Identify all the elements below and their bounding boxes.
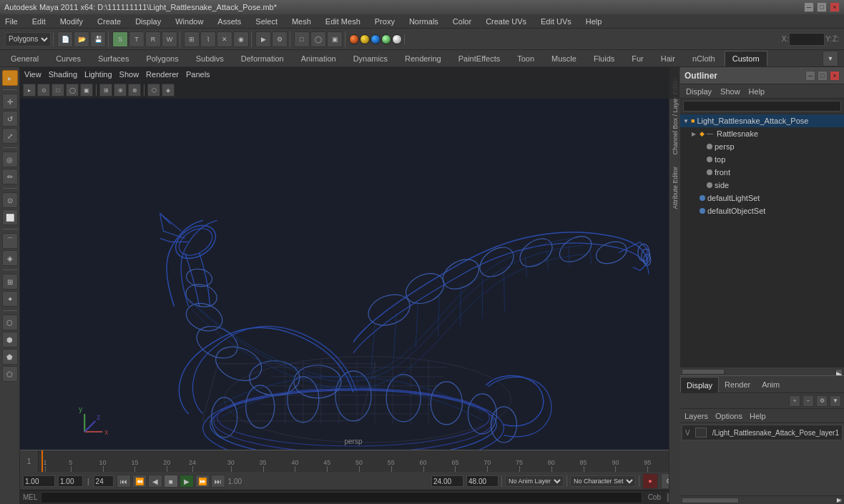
tool-settings-button[interactable]: ⬠ xyxy=(2,366,18,382)
current-frame-field[interactable] xyxy=(58,475,83,487)
render-settings-button[interactable]: ⚙ xyxy=(272,31,288,47)
attribute-editor-button[interactable]: ⬟ xyxy=(2,349,18,365)
tree-item-persp[interactable]: persp xyxy=(680,140,844,153)
render-button[interactable]: ▶ xyxy=(255,31,271,47)
view-camera-button[interactable]: ⊙ xyxy=(2,192,18,208)
new-file-button[interactable]: 📄 xyxy=(57,31,73,47)
tab-curves[interactable]: Curves xyxy=(48,51,89,66)
smooth-button[interactable]: ◯ xyxy=(310,31,326,47)
range-end-field[interactable] xyxy=(466,475,499,487)
outliner-menu-help[interactable]: Help xyxy=(749,87,765,96)
playhead[interactable] xyxy=(41,450,43,472)
soft-select-button[interactable]: ◎ xyxy=(2,152,18,167)
menu-edit-uvs[interactable]: Edit UVs xyxy=(539,16,574,27)
menu-normals[interactable]: Normals xyxy=(407,16,441,27)
step-back-button[interactable]: ⏪ xyxy=(132,475,147,488)
outliner-restore-button[interactable]: □ xyxy=(818,71,828,81)
timeline-row[interactable]: 1 15101520243035404550556065707580859095 xyxy=(20,450,679,472)
scale-tool-button[interactable]: W xyxy=(162,31,177,47)
shelf-settings-button[interactable]: ▼ xyxy=(823,51,838,66)
attribute-editor-side-tab[interactable]: Attribute Editor xyxy=(670,162,680,214)
tab-hair[interactable]: Hair xyxy=(653,51,683,66)
select-mode-button[interactable]: ▸ xyxy=(2,70,18,86)
tree-item-light-pose[interactable]: ▼ ■ Light_Rattlesnake_Attack_Pose xyxy=(680,114,844,127)
vp-texture-btn[interactable]: ▣ xyxy=(80,84,93,97)
move-tool-button[interactable]: ✛ xyxy=(2,94,18,109)
viewport-menu-shading[interactable]: Shading xyxy=(49,70,77,79)
lasso-button[interactable]: ⌒ xyxy=(2,233,18,249)
tab-deformation[interactable]: Deformation xyxy=(233,51,292,66)
play-forward-button[interactable]: ▶ xyxy=(180,475,194,488)
vp-wireframe-btn[interactable]: □ xyxy=(51,84,64,97)
restore-button[interactable]: □ xyxy=(817,2,827,12)
light-sphere-1[interactable] xyxy=(349,34,359,44)
tree-item-default-light-set[interactable]: defaultLightSet xyxy=(680,192,844,204)
minimize-button[interactable]: ─ xyxy=(804,2,814,12)
rotate-tool-lt-button[interactable]: ↺ xyxy=(2,111,18,127)
snap-surface-button[interactable]: ◉ xyxy=(233,31,249,47)
menu-create-uvs[interactable]: Create UVs xyxy=(484,16,529,27)
x-field[interactable] xyxy=(789,33,825,46)
vp-smooth-btn[interactable]: ◯ xyxy=(66,84,79,97)
light-sphere-2[interactable] xyxy=(360,34,370,44)
tree-item-front[interactable]: front xyxy=(680,166,844,179)
layer-color-swatch[interactable] xyxy=(695,428,707,438)
outliner-close-button[interactable]: × xyxy=(830,71,840,81)
snap-grid-button[interactable]: ⊞ xyxy=(184,31,200,47)
layer-visibility-flag[interactable]: V xyxy=(685,429,692,437)
menu-color[interactable]: Color xyxy=(451,16,473,27)
mode-dropdown[interactable]: Polygons xyxy=(5,32,51,46)
snap-curve-button[interactable]: ⌇ xyxy=(200,31,216,47)
tab-ncloth[interactable]: nCloth xyxy=(684,51,723,66)
start-frame-field[interactable] xyxy=(23,475,55,487)
layer-item[interactable]: V /Light_Rattlesnake_Attack_Pose_layer1 xyxy=(682,425,843,440)
main-viewport[interactable]: View Shading Lighting Show Renderer Pane… xyxy=(20,67,679,450)
layer-hscroll-right[interactable]: ▶ xyxy=(835,498,843,503)
tab-muscle[interactable]: Muscle xyxy=(544,51,584,66)
tab-subdivs[interactable]: Subdivs xyxy=(188,51,232,66)
layer-hscroll-thumb[interactable] xyxy=(682,498,739,503)
layer-settings-button[interactable]: ⚙ xyxy=(816,395,828,407)
range-start-field[interactable] xyxy=(431,475,463,487)
menu-file[interactable]: File xyxy=(3,16,20,27)
anim-layer-select[interactable]: No Anim Layer xyxy=(505,475,564,487)
tab-display[interactable]: Display xyxy=(680,377,719,392)
light-sphere-5[interactable] xyxy=(392,34,402,44)
tab-surfaces[interactable]: Surfaces xyxy=(90,51,137,66)
menu-select[interactable]: Select xyxy=(253,16,280,27)
stop-button[interactable]: ■ xyxy=(164,475,178,488)
vp-ik-btn[interactable]: ⊗ xyxy=(128,84,141,97)
hscrollbar-thumb[interactable] xyxy=(682,369,725,375)
layers-menu-help[interactable]: Help xyxy=(750,412,766,420)
texture-button[interactable]: ▣ xyxy=(327,31,343,47)
layers-menu-options[interactable]: Options xyxy=(715,412,742,420)
snap-to-grid-lt-button[interactable]: ⊞ xyxy=(2,274,18,290)
tree-item-top[interactable]: top xyxy=(680,153,844,166)
outliner-minimize-button[interactable]: ─ xyxy=(805,71,815,81)
timeline-ruler[interactable]: 15101520243035404550556065707580859095 xyxy=(39,450,679,472)
channel-box-button[interactable]: ⬢ xyxy=(2,332,18,347)
layer-delete-button[interactable]: − xyxy=(803,395,814,407)
tab-painteffects[interactable]: PaintEffects xyxy=(451,51,509,66)
open-file-button[interactable]: 📂 xyxy=(74,31,89,47)
marquee-button[interactable]: ⬜ xyxy=(2,209,18,225)
vp-isolate-btn[interactable]: ⬡ xyxy=(147,84,160,97)
light-sphere-3[interactable] xyxy=(371,34,381,44)
hscrollbar-right[interactable]: ▶ xyxy=(835,369,843,375)
layer-hscrollbar[interactable]: ▶ xyxy=(680,495,844,504)
outliner-menu-show[interactable]: Show xyxy=(720,87,740,96)
character-set-select[interactable]: No Character Set xyxy=(570,475,636,487)
tree-item-default-object-set[interactable]: defaultObjectSet xyxy=(680,204,844,217)
skip-to-start-button[interactable]: ⏮ xyxy=(117,475,131,488)
expand-arrow-rattlesnake[interactable]: ▶ xyxy=(692,131,697,137)
tab-polygons[interactable]: Polygons xyxy=(138,51,186,66)
end-current-field[interactable] xyxy=(94,475,114,487)
layers-menu-layers[interactable]: Layers xyxy=(684,412,708,420)
vp-select-btn[interactable]: ▸ xyxy=(23,84,36,97)
menu-create[interactable]: Create xyxy=(95,16,123,27)
viewport-menu-view[interactable]: View xyxy=(24,70,41,79)
outliner-hscrollbar[interactable]: ▶ xyxy=(680,367,844,375)
menu-help[interactable]: Help xyxy=(584,16,604,27)
light-sphere-4[interactable] xyxy=(381,34,391,44)
tab-custom[interactable]: Custom xyxy=(725,51,767,66)
